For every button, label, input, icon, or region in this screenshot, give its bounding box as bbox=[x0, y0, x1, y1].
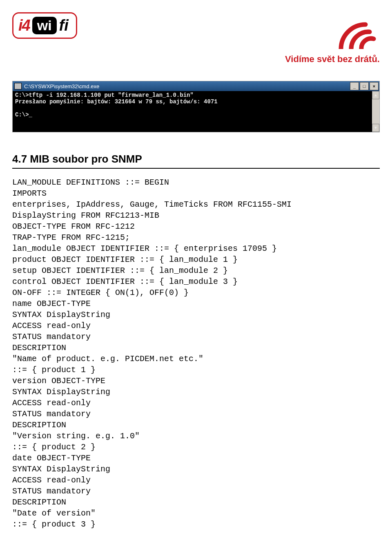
code-line: STATUS mandatory bbox=[12, 409, 91, 419]
console-window: C:\SYSWXP\system32\cmd.exe _ □ × C:\>tft… bbox=[12, 81, 380, 132]
scrollbar[interactable]: ▲ ▼ bbox=[372, 91, 379, 132]
code-line: lan_module OBJECT IDENTIFIER ::= { enter… bbox=[12, 244, 277, 253]
section-title: 4.7 MIB soubor pro SNMP bbox=[12, 153, 380, 169]
titlebar-left: C:\SYSWXP\system32\cmd.exe bbox=[14, 83, 99, 89]
code-line: "Version string. e.g. 1.0" bbox=[12, 431, 140, 441]
code-line: product OBJECT IDENTIFIER ::= { lan_modu… bbox=[12, 255, 238, 264]
code-line: "Name of product. e.g. PICDEM.net etc." bbox=[12, 354, 203, 364]
logo-wi: wi bbox=[32, 17, 57, 34]
code-line: ACCESS read-only bbox=[12, 321, 91, 330]
header-right: Vidíme svět bez drátů. bbox=[285, 12, 380, 65]
code-line: DESCRIPTION bbox=[12, 498, 66, 507]
logo-fi: fi bbox=[59, 17, 69, 34]
code-line: ::= { product 3 } bbox=[12, 520, 96, 529]
console-line: C:\>_ bbox=[15, 112, 32, 118]
code-line: DESCRIPTION bbox=[12, 343, 66, 353]
cmd-icon bbox=[14, 83, 22, 89]
logo-i4: i4 bbox=[18, 17, 30, 34]
code-line: enterprises, IpAddress, Gauge, TimeTicks… bbox=[12, 200, 292, 209]
code-line: LAN_MODULE DEFINITIONS ::= BEGIN bbox=[12, 178, 169, 187]
code-line: DisplayString FROM RFC1213-MIB bbox=[12, 211, 159, 220]
code-line: name OBJECT-TYPE bbox=[12, 299, 91, 308]
code-line: SYNTAX DisplayString bbox=[12, 310, 110, 319]
code-line: ACCESS read-only bbox=[12, 398, 91, 408]
code-line: TRAP-TYPE FROM RFC-1215; bbox=[12, 233, 130, 242]
code-line: "Date of version" bbox=[12, 509, 96, 518]
page-header: i4 wi fi Vidíme svět bez drátů. bbox=[0, 0, 392, 73]
minimize-button[interactable]: _ bbox=[350, 82, 359, 90]
code-line: setup OBJECT IDENTIFIER ::= { lan_module… bbox=[12, 266, 228, 275]
console-line: Przesłano pomyślnie: bajtów: 321664 w 79… bbox=[15, 98, 218, 105]
close-button[interactable]: × bbox=[370, 82, 379, 90]
code-line: STATUS mandatory bbox=[12, 487, 91, 496]
console-line: C:\>tftp -i 192.168.1.100 put "firmware_… bbox=[15, 92, 194, 98]
code-line: control OBJECT IDENTIFIER ::= { lan_modu… bbox=[12, 277, 238, 286]
console-body[interactable]: C:\>tftp -i 192.168.1.100 put "firmware_… bbox=[13, 91, 379, 132]
logo: i4 wi fi bbox=[12, 12, 77, 39]
window-controls: _ □ × bbox=[350, 82, 379, 90]
window-titlebar[interactable]: C:\SYSWXP\system32\cmd.exe _ □ × bbox=[13, 81, 379, 91]
code-line: OBJECT-TYPE FROM RFC-1212 bbox=[12, 222, 135, 231]
code-line: SYNTAX DisplayString bbox=[12, 464, 110, 474]
code-line: ::= { product 2 } bbox=[12, 442, 96, 452]
code-line: DESCRIPTION bbox=[12, 420, 66, 430]
scroll-down-icon[interactable]: ▼ bbox=[372, 124, 379, 132]
window-title: C:\SYSWXP\system32\cmd.exe bbox=[24, 83, 99, 89]
code-line: IMPORTS bbox=[12, 189, 47, 198]
code-line: SYNTAX DisplayString bbox=[12, 387, 110, 397]
mib-code-block: LAN_MODULE DEFINITIONS ::= BEGIN IMPORTS… bbox=[12, 177, 380, 530]
code-line: STATUS mandatory bbox=[12, 332, 91, 341]
scroll-up-icon[interactable]: ▲ bbox=[372, 91, 379, 99]
maximize-button[interactable]: □ bbox=[360, 82, 369, 90]
code-line: ON-OFF ::= INTEGER { ON(1), OFF(0) } bbox=[12, 288, 189, 297]
code-line: date OBJECT-TYPE bbox=[12, 453, 91, 463]
code-line: version OBJECT-TYPE bbox=[12, 376, 105, 386]
code-line: ::= { product 1 } bbox=[12, 365, 96, 375]
tagline: Vidíme svět bez drátů. bbox=[285, 54, 380, 65]
wifi-waves-icon bbox=[323, 12, 380, 49]
code-line: ACCESS read-only bbox=[12, 475, 91, 485]
